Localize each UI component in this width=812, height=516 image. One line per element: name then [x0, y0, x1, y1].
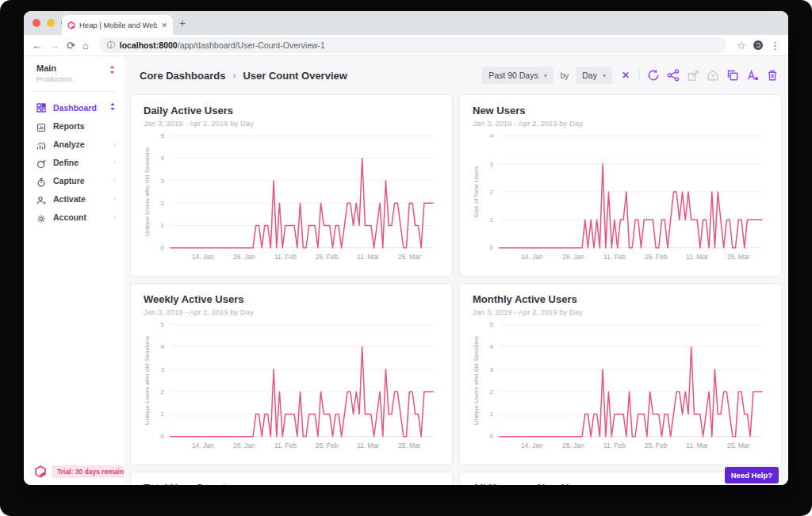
- site-info-icon[interactable]: ⓘ: [107, 40, 115, 51]
- svg-text:0: 0: [489, 433, 493, 440]
- card-subtitle: Jan 3, 2019 - Apr 2, 2019 by Day: [144, 119, 439, 128]
- svg-text:5: 5: [489, 321, 493, 328]
- analyze-icon: [36, 140, 46, 149]
- trash-icon[interactable]: [766, 69, 779, 82]
- share-icon[interactable]: [667, 69, 680, 82]
- date-range-dropdown[interactable]: Past 90 Days ▾: [482, 67, 553, 84]
- sidebar-item-define[interactable]: Define ›: [24, 153, 124, 171]
- svg-text:4: 4: [160, 155, 164, 162]
- line-chart: 01234514. Jan28. Jan11. Feb25. Feb11. Ma…: [473, 318, 768, 453]
- workspace-switcher[interactable]: Main Production: [24, 56, 124, 89]
- url-text: localhost:8000/app/dashboard/User-Count-…: [120, 40, 325, 50]
- svg-text:1: 1: [489, 216, 493, 224]
- sidebar-item-activate[interactable]: Activate ›: [24, 189, 124, 208]
- browser-window: Heap | Mobile and Web Analyti ✕ + ← → ⟳ …: [24, 11, 788, 485]
- line-chart: 01234514. Jan28. Jan11. Feb25. Feb11. Ma…: [144, 318, 439, 453]
- chevron-right-icon: ›: [113, 159, 116, 166]
- extension-icon[interactable]: [753, 40, 763, 50]
- svg-text:3: 3: [489, 366, 493, 373]
- svg-text:0: 0: [160, 244, 164, 251]
- browser-toolbar: ← → ⟳ ⌂ ⓘ localhost:8000/app/dashboard/U…: [24, 35, 788, 56]
- card-title: Daily Active Users: [144, 105, 439, 117]
- bookmark-star-icon[interactable]: ☆: [737, 40, 746, 51]
- card-weekly-active-users[interactable]: Weekly Active Users Jan 3, 2019 - Apr 2,…: [130, 283, 453, 465]
- card-daily-active-users[interactable]: Daily Active Users Jan 3, 2019 - Apr 2, …: [130, 94, 453, 277]
- back-icon[interactable]: ←: [32, 40, 42, 51]
- reload-icon[interactable]: ⟳: [67, 40, 75, 51]
- dashboard-header: Core Dashboards › User Count Overview Pa…: [130, 56, 782, 94]
- card-new-users[interactable]: New Users Jan 3, 2019 - Apr 2, 2019 by D…: [459, 94, 782, 277]
- date-range-value: Past 90 Days: [488, 71, 538, 80]
- sidebar: Main Production Dashboard: [24, 56, 124, 485]
- capture-icon: [36, 176, 46, 185]
- screen-background: Heap | Mobile and Web Analyti ✕ + ← → ⟳ …: [0, 0, 812, 516]
- svg-text:11. Feb: 11. Feb: [274, 441, 297, 449]
- svg-text:4: 4: [489, 343, 493, 350]
- dashboard-main: Core Dashboards › User Count Overview Pa…: [124, 56, 788, 485]
- card-title: Total User Count: [144, 482, 439, 485]
- duplicate-icon[interactable]: [726, 69, 739, 82]
- sidebar-item-dashboard[interactable]: Dashboard: [24, 98, 124, 117]
- heap-app: Main Production Dashboard: [24, 56, 788, 485]
- address-bar[interactable]: ⓘ localhost:8000/app/dashboard/User-Coun…: [99, 37, 727, 53]
- workspace-caret-icon[interactable]: [109, 65, 116, 75]
- dashboard-caret-icon[interactable]: [109, 102, 116, 113]
- cards-row-1: Daily Active Users Jan 3, 2019 - Apr 2, …: [130, 94, 782, 277]
- browser-menu-icon[interactable]: ⋮: [770, 40, 780, 51]
- clear-filter-icon[interactable]: ✕: [622, 70, 630, 81]
- svg-text:25. Feb: 25. Feb: [316, 253, 339, 261]
- card-total-user-count[interactable]: Total User Count: [130, 472, 453, 485]
- svg-text:11. Mar: 11. Mar: [357, 441, 379, 449]
- grid-icon: [36, 103, 46, 113]
- card-subtitle: Jan 3, 2019 - Apr 2, 2019 by Day: [144, 308, 439, 316]
- svg-text:14. Jan: 14. Jan: [192, 441, 214, 449]
- breadcrumb-core-dashboards[interactable]: Core Dashboards: [140, 70, 225, 82]
- svg-text:Unique Users who did Sessions: Unique Users who did Sessions: [144, 336, 151, 425]
- home-pin-icon[interactable]: [707, 69, 719, 82]
- close-window-button[interactable]: [33, 19, 40, 27]
- workspace-env: Production: [36, 75, 116, 83]
- rename-icon[interactable]: [746, 69, 759, 82]
- sidebar-item-analyze[interactable]: Analyze ›: [24, 135, 124, 153]
- sidebar-item-reports[interactable]: Reports: [24, 117, 124, 135]
- report-icon: [36, 121, 46, 131]
- svg-text:2: 2: [160, 388, 164, 396]
- by-label: by: [561, 71, 569, 80]
- line-chart: 01234514. Jan28. Jan11. Feb25. Feb11. Ma…: [144, 129, 439, 264]
- move-icon[interactable]: [687, 69, 699, 82]
- forward-icon[interactable]: →: [49, 40, 59, 51]
- heap-favicon-icon: [67, 21, 75, 29]
- svg-text:0: 0: [489, 244, 493, 251]
- tab-close-icon[interactable]: ✕: [161, 21, 167, 29]
- svg-text:25. Mar: 25. Mar: [727, 441, 750, 449]
- activate-icon: [36, 194, 46, 204]
- sidebar-item-label: Dashboard: [53, 103, 97, 113]
- svg-text:2: 2: [489, 388, 493, 396]
- granularity-dropdown[interactable]: Day ▾: [576, 67, 612, 84]
- refresh-icon[interactable]: [647, 69, 660, 82]
- minimize-window-button[interactable]: [47, 19, 55, 27]
- svg-text:0: 0: [160, 433, 164, 440]
- sidebar-item-capture[interactable]: Capture ›: [24, 171, 124, 189]
- svg-text:28. Jan: 28. Jan: [233, 441, 255, 449]
- card-monthly-active-users[interactable]: Monthly Active Users Jan 3, 2019 - Apr 2…: [459, 283, 782, 465]
- svg-text:4: 4: [160, 343, 164, 350]
- sidebar-item-account[interactable]: Account ›: [24, 208, 124, 226]
- dashboard-controls: Past 90 Days ▾ by Day ▾ ✕: [482, 67, 779, 84]
- svg-text:11. Feb: 11. Feb: [274, 253, 297, 261]
- svg-text:11. Feb: 11. Feb: [603, 441, 626, 449]
- svg-text:4: 4: [489, 132, 493, 140]
- chevron-right-icon: ›: [113, 213, 116, 221]
- browser-tab[interactable]: Heap | Mobile and Web Analyti ✕: [62, 15, 173, 35]
- home-icon[interactable]: ⌂: [82, 40, 89, 51]
- svg-text:3: 3: [160, 366, 164, 373]
- new-tab-button[interactable]: +: [179, 17, 186, 29]
- need-help-button[interactable]: Need Help?: [725, 467, 779, 484]
- svg-text:14. Jan: 14. Jan: [521, 441, 543, 449]
- svg-text:1: 1: [160, 222, 164, 229]
- svg-text:25. Mar: 25. Mar: [398, 441, 421, 449]
- sidebar-item-label: Analyze: [53, 140, 85, 149]
- svg-text:25. Feb: 25. Feb: [645, 253, 668, 261]
- svg-text:2: 2: [489, 189, 493, 196]
- chevron-down-icon: ▾: [603, 72, 606, 79]
